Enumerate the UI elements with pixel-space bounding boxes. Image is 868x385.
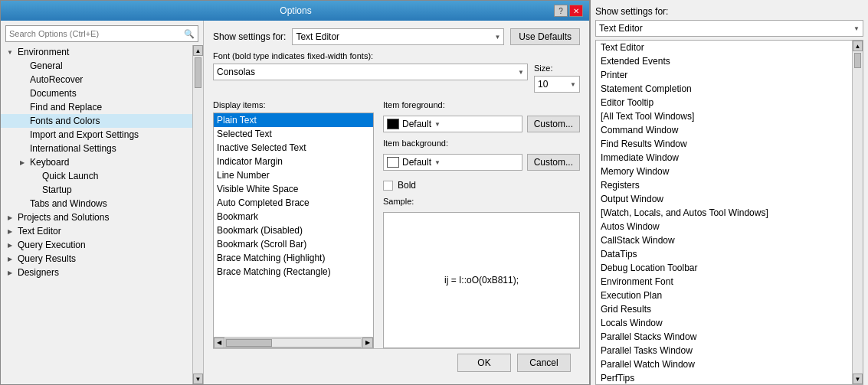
display-item[interactable]: Bookmark (Scroll Bar) (214, 237, 373, 251)
tree-item[interactable]: Documents (1, 86, 192, 100)
tree-item[interactable]: ▶Designers (1, 266, 192, 279)
expand-icon[interactable]: ▶ (4, 228, 16, 235)
settings-for-dropdown[interactable]: Text Editor ▼ (292, 28, 504, 45)
columns-area: Display items: Plain TextSelected TextIn… (213, 100, 580, 348)
side-list-item[interactable]: Output Window (596, 192, 852, 206)
ok-button[interactable]: OK (457, 354, 511, 372)
expand-icon[interactable]: ▶ (16, 159, 28, 166)
display-item[interactable]: Brace Matching (Highlight) (214, 251, 373, 265)
display-item[interactable]: Bookmark (214, 210, 373, 223)
scroll-track[interactable] (193, 56, 203, 374)
tree-item[interactable]: Startup (1, 183, 192, 197)
help-button[interactable]: ? (554, 5, 568, 17)
display-item[interactable]: Brace Matching (Rectangle) (214, 265, 373, 279)
tree-item[interactable]: Tabs and Windows (1, 197, 192, 210)
hscroll-track[interactable] (225, 338, 362, 347)
side-list-item[interactable]: Parallel Tasks Window (596, 344, 852, 357)
display-item[interactable]: Line Number (214, 168, 373, 182)
expand-icon[interactable]: ▶ (4, 256, 16, 263)
font-dropdown[interactable]: Consolas ▼ (213, 64, 528, 80)
cancel-button[interactable]: Cancel (517, 354, 571, 372)
side-list-item[interactable]: PerfTips (596, 371, 852, 384)
side-scrollbar[interactable]: ▲ ▼ (852, 41, 863, 384)
side-list-item[interactable]: [Watch, Locals, and Autos Tool Windows] (596, 206, 852, 220)
sample-label: Sample: (383, 197, 580, 206)
display-item[interactable]: Indicator Margin (214, 155, 373, 168)
expand-icon[interactable]: ▶ (4, 242, 16, 249)
side-list-item[interactable]: Find Results Window (596, 137, 852, 151)
side-list-item[interactable]: DataTips (596, 247, 852, 261)
side-list-item[interactable]: Environment Font (596, 275, 852, 289)
tree-item[interactable]: ▼Environment (1, 45, 192, 59)
tree-item[interactable]: AutoRecover (1, 73, 192, 86)
display-item[interactable]: Inactive Selected Text (214, 141, 373, 155)
scroll-down-button[interactable]: ▼ (193, 374, 203, 384)
hscroll-left[interactable]: ◀ (214, 338, 224, 348)
hscroll-right[interactable]: ▶ (362, 338, 373, 348)
bg-custom-button[interactable]: Custom... (527, 154, 580, 171)
display-item[interactable]: Selected Text (214, 127, 373, 141)
fg-dropdown[interactable]: Default ▼ (383, 116, 522, 132)
side-list-item[interactable]: Locals Window (596, 316, 852, 330)
use-defaults-button[interactable]: Use Defaults (510, 28, 580, 45)
tree-item[interactable]: General (1, 59, 192, 73)
side-list-item[interactable]: CallStack Window (596, 233, 852, 247)
side-list-item[interactable]: Editor Tooltip (596, 96, 852, 109)
tree-item[interactable]: Import and Export Settings (1, 128, 192, 142)
side-list-item[interactable]: Execution Plan (596, 289, 852, 302)
display-item[interactable]: Auto Completed Brace (214, 196, 373, 210)
fg-bg-col: Item foreground: Default ▼ Custom... Ite… (383, 100, 580, 348)
fg-row: Default ▼ Custom... (383, 116, 580, 132)
side-list-item[interactable]: Autos Window (596, 220, 852, 233)
tree-item[interactable]: ▶Text Editor (1, 224, 192, 238)
fg-swatch (387, 119, 399, 129)
settings-for-value: Text Editor (296, 31, 339, 42)
tree-item[interactable]: ▶Query Results (1, 252, 192, 266)
bold-checkbox[interactable] (383, 181, 393, 191)
side-scroll-down[interactable]: ▼ (853, 374, 863, 384)
side-list-item[interactable]: Printer (596, 68, 852, 82)
tree-item[interactable]: ▶Query Execution (1, 238, 192, 252)
tree-item[interactable]: Fonts and Colors (1, 114, 192, 128)
tree-item[interactable]: International Settings (1, 142, 192, 155)
search-input[interactable] (6, 28, 181, 40)
tree-item[interactable]: ▶Keyboard (1, 155, 192, 169)
side-list-item[interactable]: Command Window (596, 123, 852, 137)
side-scroll-track[interactable] (853, 51, 863, 374)
tree-item[interactable]: ▶Projects and Solutions (1, 210, 192, 224)
side-list-item[interactable]: Registers (596, 178, 852, 192)
side-scroll-up[interactable]: ▲ (853, 41, 863, 51)
side-list-item[interactable]: Parallel Watch Window (596, 357, 852, 371)
expand-icon[interactable]: ▶ (4, 269, 16, 276)
side-list-item[interactable]: Statement Completion (596, 82, 852, 96)
side-list-item[interactable]: Immediate Window (596, 151, 852, 165)
display-item[interactable]: Plain Text (214, 113, 373, 127)
side-scroll-thumb[interactable] (854, 53, 861, 68)
scroll-thumb[interactable] (195, 57, 201, 88)
side-list-item[interactable]: Grid Results (596, 302, 852, 316)
display-items-hscrollbar[interactable]: ◀ ▶ (214, 337, 373, 347)
collapse-icon[interactable]: ▼ (4, 49, 16, 56)
side-list-item[interactable]: Parallel Stacks Window (596, 330, 852, 344)
side-list-item[interactable]: Text Editor (596, 41, 852, 54)
side-list-item[interactable]: [All Text Tool Windows] (596, 109, 852, 123)
size-dropdown[interactable]: 10 ▼ (534, 76, 580, 93)
tree-item[interactable]: Find and Replace (1, 100, 192, 114)
tree-item-label: Environment (16, 47, 69, 57)
expand-icon[interactable]: ▶ (4, 214, 16, 221)
scroll-up-button[interactable]: ▲ (193, 45, 203, 56)
fg-custom-button[interactable]: Custom... (527, 116, 580, 132)
display-item[interactable]: Visible White Space (214, 182, 373, 196)
tree-scrollbar[interactable]: ▲ ▼ (192, 45, 203, 384)
search-box[interactable]: 🔍 (5, 25, 198, 42)
close-button[interactable]: ✕ (569, 5, 583, 17)
side-panel-dropdown[interactable]: Text Editor ▼ (595, 20, 863, 37)
bg-dropdown[interactable]: Default ▼ (383, 154, 522, 171)
tree-item[interactable]: Quick Launch (1, 169, 192, 183)
side-list-item[interactable]: Memory Window (596, 165, 852, 178)
side-list-item[interactable]: Extended Events (596, 54, 852, 68)
hscroll-thumb[interactable] (226, 339, 272, 347)
sample-code: ij = I::oO(0xB811); (444, 275, 519, 285)
side-list-item[interactable]: Debug Location Toolbar (596, 261, 852, 275)
display-item[interactable]: Bookmark (Disabled) (214, 223, 373, 237)
